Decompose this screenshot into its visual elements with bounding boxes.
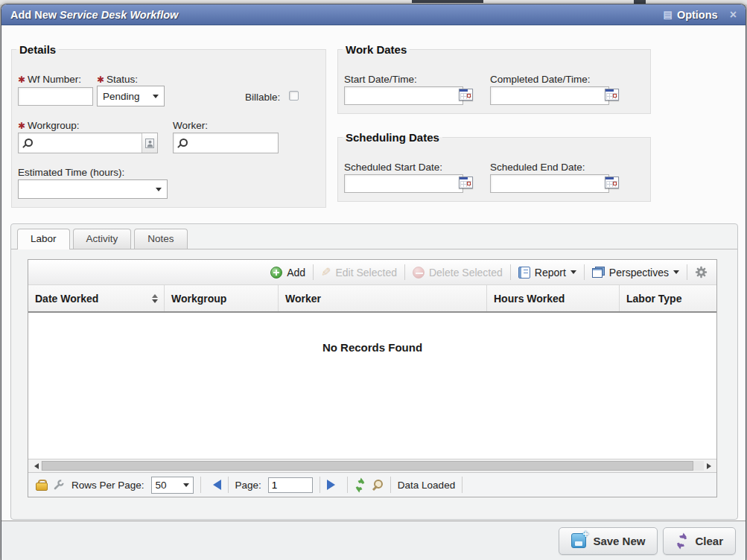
scheduling-dates-legend: Scheduling Dates [343,131,442,144]
status-label: ✱Status: [97,74,138,85]
close-icon[interactable]: × [730,9,737,21]
save-icon [571,533,586,548]
chevron-down-icon [153,95,159,101]
grid-header-row: Date Worked Workgroup Worker Hours Worke… [28,285,716,313]
pager-divider [228,477,229,493]
refresh-icon[interactable] [355,480,366,491]
chevron-down-icon [183,483,189,490]
horizontal-scrollbar[interactable] [28,459,716,472]
screen: Add New Service Desk Workflow ▤ Options … [0,0,747,560]
wf-number-label: ✱Wf Number: [18,74,81,85]
column-header-hours-worked[interactable]: Hours Worked [487,285,620,311]
add-icon [270,267,282,279]
search-records-icon[interactable] [372,480,384,491]
scroll-right-icon[interactable] [704,459,716,472]
status-value: Pending [103,91,140,102]
worker-label: Worker: [173,120,208,131]
billable-label: Billable: [245,92,280,103]
tab-notes[interactable]: Notes [134,229,187,249]
toolbar-divider [584,264,585,280]
worker-input[interactable] [173,133,279,153]
gear-icon[interactable] [695,266,708,279]
contact-picker-icon [145,139,154,148]
grid-body: No Records Found [28,313,716,459]
dialog-footer: Save New Clear [1,521,746,560]
pager-divider [390,477,391,493]
chevron-down-icon [156,188,162,194]
calendar-icon[interactable] [459,89,473,101]
delete-selected-button[interactable]: Delete Selected [413,267,503,279]
rows-per-page-select[interactable]: 50 [151,477,194,494]
tab-labor[interactable]: Labor [17,229,70,249]
save-new-button[interactable]: Save New [559,527,658,555]
perspectives-button[interactable]: Perspectives [592,267,679,279]
calendar-icon[interactable] [605,176,619,188]
wrench-icon[interactable] [53,479,65,491]
labor-grid: Add Edit Selected Delete Selected [28,259,717,497]
previous-page-icon[interactable] [208,480,221,490]
tab-activity[interactable]: Activity [73,229,132,249]
add-workflow-dialog: Add New Service Desk Workflow ▤ Options … [1,4,746,560]
column-header-date-worked[interactable]: Date Worked [28,285,165,311]
details-section: Details ✱Wf Number: ✱Status: Pending Bil… [11,43,326,208]
report-icon [518,267,530,279]
page-number-input[interactable] [268,477,313,493]
add-button[interactable]: Add [270,267,305,279]
calendar-icon[interactable] [459,176,473,188]
workgroup-picker-button[interactable] [142,133,157,153]
workgroup-input[interactable] [18,133,158,153]
completed-datetime-label: Completed Date/Time: [490,74,591,85]
start-datetime-input[interactable] [344,86,463,105]
sort-icon[interactable] [152,291,158,306]
scrollbar-thumb[interactable] [42,461,693,471]
clear-button[interactable]: Clear [663,527,736,555]
column-header-labor-type[interactable]: Labor Type [620,285,717,311]
search-icon [178,139,188,148]
toolbar-divider [404,264,405,280]
grid-toolbar: Add Edit Selected Delete Selected [28,260,716,285]
wf-number-input[interactable] [18,87,93,106]
scroll-left-icon[interactable] [28,459,41,472]
next-page-icon[interactable] [327,480,340,490]
required-marker: ✱ [18,121,25,131]
grid-pagination-bar: Rows Per Page: 50 Page: [28,472,716,497]
rows-per-page-label: Rows Per Page: [71,480,144,491]
column-header-worker[interactable]: Worker [279,285,487,311]
calendar-icon[interactable] [605,89,619,101]
delete-icon [413,267,425,279]
completed-datetime-input[interactable] [490,86,609,105]
dialog-title: Add New Service Desk Workflow [10,9,178,21]
clear-refresh-icon [676,535,688,547]
scheduled-end-label: Scheduled End Date: [490,162,585,173]
scheduled-start-label: Scheduled Start Date: [344,162,442,173]
status-select[interactable]: Pending [97,86,165,106]
dialog-titlebar: Add New Service Desk Workflow ▤ Options … [1,4,746,25]
options-label: Options [677,9,718,21]
chevron-down-icon [570,270,576,277]
pencil-icon [321,265,331,279]
billable-checkbox[interactable] [289,91,299,101]
report-button[interactable]: Report [518,267,576,279]
scheduled-end-input[interactable] [490,174,609,193]
page-label: Page: [235,480,261,491]
no-records-message: No Records Found [322,341,422,354]
options-button[interactable]: ▤ Options [664,9,718,21]
perspectives-icon [592,267,605,278]
pager-divider [462,477,462,493]
edit-selected-button[interactable]: Edit Selected [321,265,397,279]
toolbar-divider [313,264,314,280]
options-menu-icon: ▤ [664,10,673,19]
data-loaded-status: Data Loaded [398,480,455,491]
toolbar-divider [510,264,511,280]
lock-icon[interactable] [36,480,46,491]
scrollbar-track[interactable] [41,461,704,471]
start-datetime-label: Start Date/Time: [344,74,417,85]
estimated-time-select[interactable] [18,179,168,199]
scheduled-start-input[interactable] [344,174,463,193]
pager-divider [200,477,201,493]
details-legend: Details [16,43,59,56]
estimated-time-label: Estimated Time (hours): [18,167,124,178]
column-header-workgroup[interactable]: Workgroup [165,285,279,311]
required-marker: ✱ [97,74,104,85]
scheduling-dates-section: Scheduling Dates Scheduled Start Date: S… [337,131,651,202]
